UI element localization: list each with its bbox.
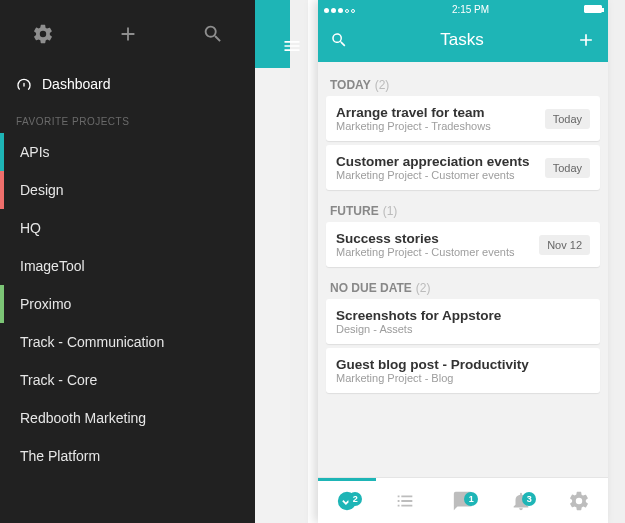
- gear-icon[interactable]: [28, 19, 58, 49]
- sidebar-project-item[interactable]: APIs: [0, 133, 255, 171]
- due-badge: Today: [545, 109, 590, 129]
- task-title: Guest blog post - Productivity: [336, 357, 590, 372]
- sidebar-project-item[interactable]: Track - Communication: [0, 323, 255, 361]
- task-card[interactable]: Arrange travel for teamMarketing Project…: [326, 96, 600, 141]
- signal-dots-icon: [324, 4, 357, 15]
- tab-list[interactable]: [376, 490, 434, 512]
- section-name: TODAY: [330, 78, 371, 92]
- section-header: TODAY(2): [326, 68, 600, 96]
- due-badge: Today: [545, 158, 590, 178]
- task-title: Screenshots for Appstore: [336, 308, 590, 323]
- project-label: The Platform: [20, 448, 100, 464]
- sidebar-project-item[interactable]: The Platform: [0, 437, 255, 475]
- task-card[interactable]: Screenshots for AppstoreDesign - Assets: [326, 299, 600, 344]
- sidebar-drawer: Dashboard FAVORITE PROJECTS APIsDesignHQ…: [0, 0, 255, 523]
- task-subtitle: Design - Assets: [336, 323, 590, 335]
- search-icon[interactable]: [198, 19, 228, 49]
- task-subtitle: Marketing Project - Customer events: [336, 169, 537, 181]
- screen-divider: [308, 0, 318, 523]
- task-card[interactable]: Success storiesMarketing Project - Custo…: [326, 222, 600, 267]
- task-title: Customer appreciation events: [336, 154, 537, 169]
- project-label: Design: [20, 182, 64, 198]
- tab-settings[interactable]: [550, 490, 608, 512]
- page-title: Tasks: [440, 30, 483, 50]
- sidebar-project-item[interactable]: ImageTool: [0, 247, 255, 285]
- section-header: FUTURE(1): [326, 194, 600, 222]
- plus-icon[interactable]: [113, 19, 143, 49]
- section-count: (2): [375, 78, 390, 92]
- section-name: NO DUE DATE: [330, 281, 412, 295]
- project-label: Redbooth Marketing: [20, 410, 146, 426]
- dashboard-label: Dashboard: [42, 76, 111, 92]
- due-badge: Nov 12: [539, 235, 590, 255]
- project-list: APIsDesignHQImageToolProximoTrack - Comm…: [0, 133, 255, 475]
- section-count: (2): [416, 281, 431, 295]
- tab-indicator: [318, 478, 376, 481]
- sidebar-project-item[interactable]: Proximo: [0, 285, 255, 323]
- menu-icon[interactable]: [278, 32, 306, 60]
- task-subtitle: Marketing Project - Tradeshows: [336, 120, 537, 132]
- chat-badge: 1: [464, 492, 478, 506]
- section-header: NO DUE DATE(2): [326, 271, 600, 299]
- task-title: Arrange travel for team: [336, 105, 537, 120]
- task-card[interactable]: Guest blog post - ProductivityMarketing …: [326, 348, 600, 393]
- task-list: TODAY(2)Arrange travel for teamMarketing…: [318, 62, 608, 477]
- status-bar: 2:15 PM: [318, 0, 608, 18]
- plus-icon[interactable]: [576, 30, 596, 50]
- tab-notifications[interactable]: 3: [492, 490, 550, 512]
- app-header: Tasks: [318, 18, 608, 62]
- task-title: Success stories: [336, 231, 531, 246]
- status-time: 2:15 PM: [452, 4, 489, 15]
- gauge-icon: [16, 76, 32, 92]
- app-screen: 2:15 PM Tasks TODAY(2)Arrange travel for…: [318, 0, 608, 523]
- sidebar-project-item[interactable]: Track - Core: [0, 361, 255, 399]
- notifications-badge: 3: [522, 492, 536, 506]
- task-subtitle: Marketing Project - Blog: [336, 372, 590, 384]
- project-label: APIs: [20, 144, 50, 160]
- project-label: HQ: [20, 220, 41, 236]
- tasks-badge: 2: [348, 492, 362, 506]
- project-label: ImageTool: [20, 258, 85, 274]
- project-label: Track - Core: [20, 372, 97, 388]
- battery-icon: [584, 5, 602, 13]
- project-label: Proximo: [20, 296, 71, 312]
- section-name: FUTURE: [330, 204, 379, 218]
- tab-bar: 2 1 3: [318, 477, 608, 523]
- task-card[interactable]: Customer appreciation eventsMarketing Pr…: [326, 145, 600, 190]
- tab-chat[interactable]: 1: [434, 490, 492, 512]
- sidebar-project-item[interactable]: Design: [0, 171, 255, 209]
- search-icon[interactable]: [330, 31, 348, 49]
- project-label: Track - Communication: [20, 334, 164, 350]
- sidebar-dashboard[interactable]: Dashboard: [0, 68, 255, 106]
- task-subtitle: Marketing Project - Customer events: [336, 246, 531, 258]
- section-count: (1): [383, 204, 398, 218]
- sidebar-section-header: FAVORITE PROJECTS: [0, 106, 255, 133]
- sidebar-project-item[interactable]: HQ: [0, 209, 255, 247]
- tab-tasks[interactable]: 2: [318, 490, 376, 512]
- sidebar-project-item[interactable]: Redbooth Marketing: [0, 399, 255, 437]
